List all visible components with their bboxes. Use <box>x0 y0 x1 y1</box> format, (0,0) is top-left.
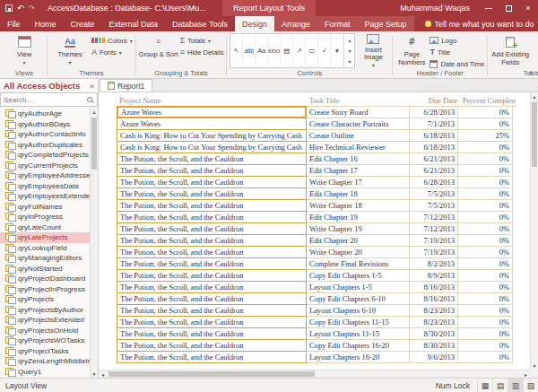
ribbon-tab[interactable]: External Data <box>102 16 166 31</box>
nav-item-query[interactable]: qryNotStarted <box>0 264 90 274</box>
cell-task-title[interactable]: Write Chapter 19 <box>306 222 410 235</box>
colors-button[interactable]: Colors ▾ <box>91 35 133 46</box>
nav-item-query[interactable]: qryAuthorContactInfo <box>0 129 90 140</box>
nav-item-query[interactable]: qryEmployeeAddresses <box>0 170 90 181</box>
cell-due-date[interactable]: 8/23/2013 <box>409 316 458 328</box>
nav-item-query[interactable]: qryFullNames <box>0 202 90 213</box>
nav-scrollbar[interactable]: ▴ ▾ <box>90 108 98 378</box>
cell-due-date[interactable]: 8/2/2013 <box>409 257 458 270</box>
cell-percent-complete[interactable]: 0% <box>457 164 513 177</box>
cell-project-name[interactable]: The Potion, the Scroll, and the Cauldron <box>117 211 307 223</box>
undo-icon[interactable]: ↶ <box>17 4 24 13</box>
cell-percent-complete[interactable]: 0% <box>457 222 513 235</box>
control-icon[interactable]: ▾ <box>331 34 343 67</box>
design-view-icon[interactable]: ▧ <box>523 379 538 392</box>
ribbon-tab[interactable]: File <box>0 16 28 31</box>
nav-item-query[interactable]: qryAuthorAge <box>0 109 90 119</box>
cell-task-title[interactable]: Layout Chapters 11-15 <box>306 327 410 340</box>
cell-percent-complete[interactable]: 0% <box>457 199 513 212</box>
cell-due-date[interactable]: 6/21/2013 <box>409 152 458 165</box>
cell-task-title[interactable]: Write Chapter 20 <box>306 246 410 258</box>
cell-project-name[interactable]: The Potion, the Scroll, and the Cauldron <box>117 199 307 212</box>
cell-due-date[interactable]: 7/5/2013 <box>409 187 458 200</box>
cell-percent-complete[interactable]: 0% <box>457 269 513 282</box>
ribbon-tab[interactable]: Arrange <box>274 16 317 31</box>
report-view-icon[interactable]: ▦ <box>477 379 492 392</box>
nav-item-query[interactable]: Query1 <box>0 367 90 378</box>
nav-item-query[interactable]: qryProjectDashboard <box>0 274 90 284</box>
cell-task-title[interactable]: Write Chapter 17 <box>306 176 410 188</box>
cell-due-date[interactable]: 6/28/2013 <box>409 106 458 118</box>
control-icon[interactable]: ▤ <box>281 34 293 67</box>
control-icon[interactable]: Aa <box>256 34 268 67</box>
cell-project-name[interactable]: The Potion, the Scroll, and the Cauldron <box>117 187 307 200</box>
cell-task-title[interactable]: Hire Technical Reviewer <box>306 141 410 153</box>
themes-button[interactable]: Aa Themes ▾ <box>50 32 90 69</box>
cell-due-date[interactable]: 6/28/2013 <box>409 176 458 188</box>
cell-due-date[interactable]: 7/19/2013 <box>409 246 458 258</box>
cell-task-title[interactable]: Edit Chapter 19 <box>306 211 410 223</box>
group-sort-button[interactable]: ≡ Group & Sort <box>139 32 178 69</box>
cell-task-title[interactable]: Edit Chapter 20 <box>306 234 410 247</box>
ribbon-tab[interactable]: Design <box>235 16 274 31</box>
cell-percent-complete[interactable]: 0% <box>457 257 513 270</box>
control-icon[interactable]: ab| <box>243 34 256 67</box>
ribbon-tab[interactable]: Home <box>28 16 64 31</box>
column-header-project-name[interactable]: Project Name <box>117 96 307 105</box>
ribbon-tab[interactable]: Database Tools <box>165 16 235 31</box>
cell-task-title[interactable]: Edit Chapter 17 <box>306 164 410 177</box>
cell-due-date[interactable]: 8/30/2013 <box>409 327 458 340</box>
cell-task-title[interactable]: Copy Edit Chapters 1-5 <box>306 269 410 282</box>
scroll-right-icon[interactable]: ▸ <box>522 370 530 378</box>
nav-pane-header[interactable]: All Access Objects « <box>0 79 98 92</box>
cell-percent-complete[interactable]: 0% <box>457 292 513 305</box>
gallery-more-icon[interactable]: ▾ <box>344 57 354 67</box>
nav-item-query[interactable]: qryEmployeesExtended <box>0 191 90 202</box>
date-time-button[interactable]: Date and Time <box>430 58 484 69</box>
vertical-scrollbar[interactable]: ▴ ▾ <box>530 92 538 370</box>
cell-project-name[interactable]: The Potion, the Scroll, and the Cauldron <box>117 281 307 293</box>
cell-percent-complete[interactable]: 0% <box>457 327 513 340</box>
cell-task-title[interactable]: Copy Edit Chapters 16-20 <box>306 339 410 352</box>
cell-percent-complete[interactable]: 0% <box>457 176 513 188</box>
vertical-scrollbar-thumb[interactable] <box>532 102 537 167</box>
control-icon[interactable]: ✓ <box>318 34 331 67</box>
cell-percent-complete[interactable]: 0% <box>457 339 513 352</box>
print-preview-icon[interactable]: ▤ <box>492 379 508 392</box>
cell-project-name[interactable]: Cash is King: How to Cut Your Spending b… <box>117 129 307 142</box>
cell-project-name[interactable]: The Potion, the Scroll, and the Cauldron <box>117 246 307 258</box>
cell-task-title[interactable]: Layout Chapters 16-20 <box>306 351 410 363</box>
cell-project-name[interactable]: The Potion, the Scroll, and the Cauldron <box>117 316 307 328</box>
control-icon[interactable]: ↖ <box>230 34 243 67</box>
property-sheet-button[interactable]: Property Sheet <box>532 32 538 69</box>
tell-me-box[interactable]: Tell me what you want to do <box>425 16 534 31</box>
ribbon-tab[interactable]: Page Setup <box>358 16 414 31</box>
nav-item-query[interactable]: qryProjectsOnHold <box>0 326 90 336</box>
cell-task-title[interactable]: Write Chapter 18 <box>306 199 410 212</box>
horizontal-scrollbar[interactable]: ◂ ▸ <box>99 370 530 378</box>
cell-task-title[interactable]: Complete Final Revisions <box>306 257 410 270</box>
cell-project-name[interactable]: The Potion, the Scroll, and the Cauldron <box>117 152 307 165</box>
scroll-down-icon[interactable]: ▾ <box>91 370 98 378</box>
cell-task-title[interactable]: Edit Chapter 18 <box>306 187 410 200</box>
title-button[interactable]: T Title <box>430 47 484 57</box>
search-input[interactable] <box>1 96 86 104</box>
cell-task-title[interactable]: Copy Edit Chapters 6-10 <box>306 292 410 305</box>
minimize-button[interactable] <box>479 0 499 16</box>
cell-percent-complete[interactable]: 0% <box>457 211 513 223</box>
nav-item-query[interactable]: qryProjectTasks <box>0 346 90 357</box>
user-name[interactable]: Muhammad Waqas <box>391 4 479 13</box>
cell-due-date[interactable]: 9/6/2013 <box>409 351 458 363</box>
page-numbers-button[interactable]: # Page Numbers <box>395 32 428 69</box>
insert-image-button[interactable]: Insert Image ▾ <box>357 32 389 69</box>
cell-task-title[interactable]: Create Story Board <box>306 106 410 118</box>
cell-project-name[interactable]: The Potion, the Scroll, and the Cauldron <box>117 304 307 317</box>
cell-project-name[interactable]: Azure Waves <box>117 118 307 130</box>
nav-item-query[interactable]: qryEmployeesData <box>0 181 90 192</box>
cell-percent-complete[interactable]: 0% <box>457 118 513 130</box>
column-header-percent-complete[interactable]: Percent Complete <box>460 96 516 105</box>
nav-item-query[interactable]: qryZeroLengthMiddleInitial <box>0 356 90 367</box>
scroll-up-icon[interactable]: ▴ <box>531 92 538 100</box>
cell-task-title[interactable]: Create Outline <box>306 129 410 142</box>
nav-item-query[interactable]: qryProjectsWOTasks <box>0 335 90 346</box>
